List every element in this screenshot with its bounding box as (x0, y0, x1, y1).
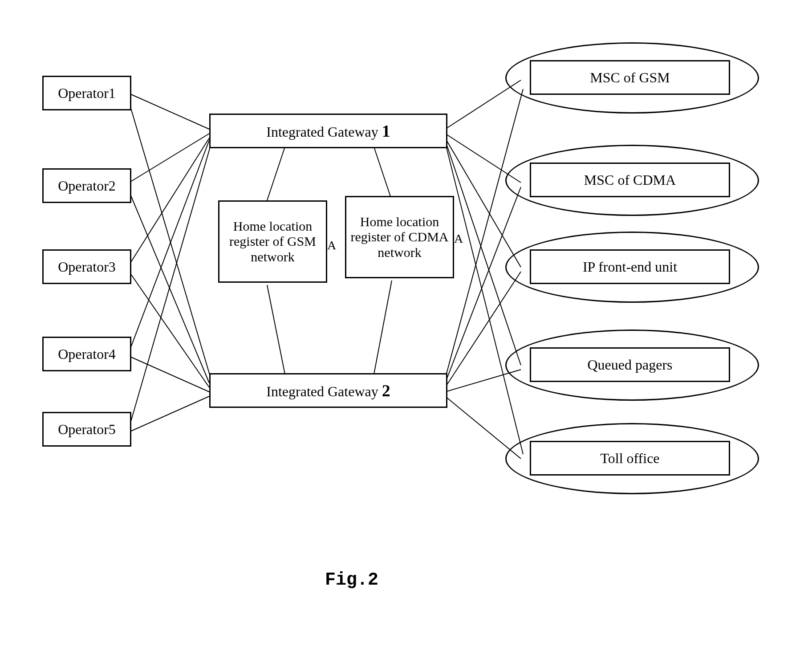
svg-line-10 (267, 147, 285, 200)
gateway2-num: 2 (382, 381, 390, 400)
operator1-label: Operator1 (58, 85, 116, 102)
ip-front-label: IP front-end unit (583, 259, 677, 275)
toll-box: Toll office (530, 441, 730, 476)
hlr-gsm-box: Home location register of GSM network (218, 200, 327, 283)
svg-line-11 (374, 147, 392, 200)
operator2-label: Operator2 (58, 178, 116, 194)
msc-gsm-box: MSC of GSM (530, 60, 730, 95)
ip-front-box: IP front-end unit (530, 249, 730, 284)
svg-line-12 (267, 285, 285, 374)
msc-cdma-label: MSC of CDMA (584, 172, 676, 188)
queued-label: Queued pagers (587, 357, 672, 373)
operator5-box: Operator5 (42, 412, 131, 447)
msc-gsm-label: MSC of GSM (590, 69, 670, 86)
operator3-label: Operator3 (58, 259, 116, 275)
gateway1-num: 1 (382, 121, 390, 141)
operator4-label: Operator4 (58, 346, 116, 362)
queued-box: Queued pagers (530, 347, 730, 382)
hlr-gsm-annotation: A (327, 238, 336, 252)
svg-line-5 (129, 102, 211, 381)
svg-line-1 (129, 134, 209, 183)
hlr-cdma-annotation: A (454, 232, 463, 246)
msc-cdma-box: MSC of CDMA (530, 163, 730, 197)
hlr-cdma-box: Home location register of CDMA network (345, 196, 454, 278)
gateway2-box: Integrated Gateway 2 (209, 373, 447, 408)
svg-line-6 (129, 191, 209, 383)
operator3-box: Operator3 (42, 249, 131, 284)
gateway1-label: Integrated Gateway (266, 124, 378, 140)
svg-line-16 (445, 138, 521, 267)
svg-line-13 (374, 281, 392, 374)
svg-line-0 (129, 94, 209, 129)
hlr-gsm-label: Home location register of GSM network (223, 219, 322, 265)
operator2-box: Operator2 (42, 168, 131, 203)
svg-line-20 (445, 187, 521, 383)
operator5-label: Operator5 (58, 421, 116, 438)
gateway1-box: Integrated Gateway 1 (209, 114, 447, 148)
svg-line-9 (129, 396, 209, 432)
toll-label: Toll office (600, 450, 659, 467)
hlr-cdma-label: Home location register of CDMA network (350, 214, 449, 260)
operator4-box: Operator4 (42, 337, 131, 371)
operator1-box: Operator1 (42, 76, 131, 110)
gateway2-label: Integrated Gateway (266, 383, 378, 400)
svg-line-4 (129, 142, 211, 427)
